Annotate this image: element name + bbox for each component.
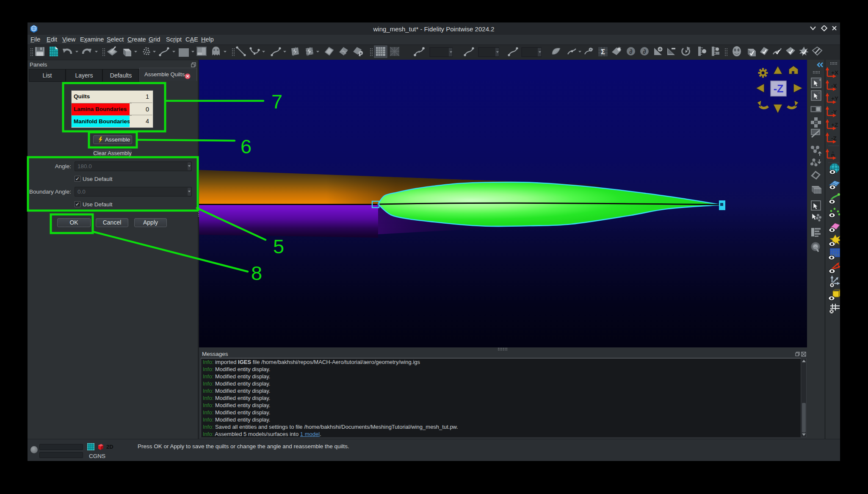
svg-text:∂: ∂ bbox=[643, 48, 646, 55]
svg-text:-X: -X bbox=[831, 83, 837, 89]
svg-text:∂: ∂ bbox=[629, 48, 632, 55]
svg-text:+Y: +Y bbox=[831, 95, 838, 102]
svg-text:-Z: -Z bbox=[774, 83, 784, 94]
svg-text:-Y: -Y bbox=[831, 109, 837, 115]
svg-text:+: + bbox=[819, 78, 821, 82]
svg-text:-: - bbox=[818, 91, 820, 95]
svg-text:n̂: n̂ bbox=[831, 152, 835, 158]
svg-text:+Z: +Z bbox=[831, 122, 838, 128]
svg-text:Σ: Σ bbox=[601, 48, 605, 56]
svg-text:-Z: -Z bbox=[831, 135, 837, 142]
svg-text:+X: +X bbox=[831, 69, 838, 76]
